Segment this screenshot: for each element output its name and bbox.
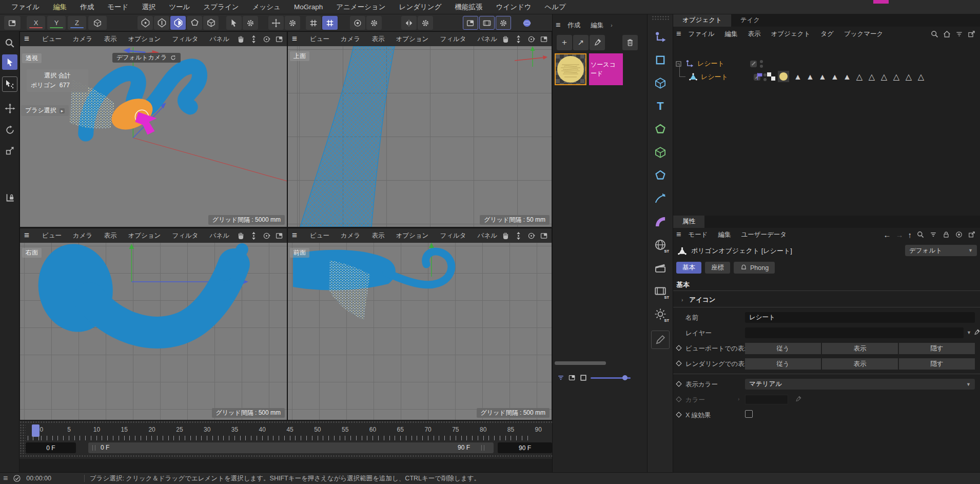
layer-badge[interactable] bbox=[750, 61, 757, 67]
cube-primitive-icon[interactable] bbox=[651, 74, 670, 92]
menubar-item[interactable]: MoGraph bbox=[288, 1, 329, 13]
coordinate-system-button[interactable] bbox=[88, 16, 107, 30]
hamburger-icon[interactable]: ≡ bbox=[676, 29, 681, 38]
viewport-menu-item[interactable]: ビュー bbox=[304, 35, 335, 44]
viewport-menu-item[interactable]: フィルタ bbox=[434, 231, 472, 240]
menubar-item[interactable]: 編集 bbox=[47, 1, 73, 14]
timeline-range-bar[interactable]: 0 F 90 F bbox=[88, 442, 494, 453]
forward-icon[interactable]: → bbox=[896, 230, 904, 239]
range-end-grip[interactable] bbox=[481, 445, 484, 451]
list-view-icon[interactable] bbox=[557, 374, 565, 382]
material-scrollbar[interactable] bbox=[555, 361, 606, 365]
visibility-option-button[interactable]: 表示 bbox=[822, 343, 898, 354]
polygon-selection-tag-icon[interactable]: ▲ bbox=[829, 72, 841, 82]
menubar-item[interactable]: 作成 bbox=[74, 1, 100, 14]
x-axis-lock-button[interactable]: X bbox=[27, 16, 45, 30]
viewport-menu-item[interactable]: カメラ bbox=[67, 35, 98, 44]
polygon-selection-tag-icon[interactable]: ▲ bbox=[804, 72, 816, 82]
menu-overflow-icon[interactable]: › bbox=[611, 23, 612, 28]
hamburger-icon[interactable]: ≡ bbox=[676, 230, 681, 239]
maximize-viewport-icon[interactable] bbox=[540, 35, 548, 44]
polygon-selection-tag-icon[interactable]: △ bbox=[878, 72, 890, 82]
end-frame-field[interactable]: 90 F bbox=[498, 442, 552, 453]
sphere-icon[interactable] bbox=[519, 16, 535, 30]
keyframe-diamond-icon[interactable] bbox=[676, 345, 681, 351]
viewport-menu-item[interactable]: パネル bbox=[204, 231, 235, 240]
search-icon[interactable] bbox=[916, 230, 925, 239]
hamburger-icon[interactable]: ≡ bbox=[24, 230, 29, 241]
scale-tool[interactable] bbox=[2, 143, 17, 158]
tab-objects[interactable]: オブジェクト bbox=[673, 14, 731, 27]
hamburger-icon[interactable]: ≡ bbox=[292, 230, 297, 241]
object-manager-menu-item[interactable]: ブックマーク bbox=[839, 30, 888, 38]
menubar-item[interactable]: ツール bbox=[163, 1, 196, 14]
selection-tags[interactable]: ▲▲▲▲▲△△△△△△ bbox=[792, 72, 927, 82]
front-canvas[interactable] bbox=[288, 243, 552, 420]
viewport-menu-item[interactable]: カメラ bbox=[335, 35, 366, 44]
menubar-item[interactable]: 機能拡張 bbox=[449, 1, 489, 14]
material-tag-icon[interactable] bbox=[778, 71, 789, 82]
object-name[interactable]: レシート bbox=[701, 72, 728, 82]
hamburger-icon[interactable]: ≡ bbox=[556, 21, 560, 30]
viewport-menu-item[interactable]: フィルタ bbox=[434, 35, 472, 44]
edges-mode-button[interactable] bbox=[154, 16, 169, 30]
visibility-option-button[interactable]: 従う bbox=[745, 343, 821, 354]
filter-icon[interactable] bbox=[955, 30, 964, 38]
render-settings-button[interactable] bbox=[496, 16, 511, 30]
volume-builder-icon[interactable] bbox=[651, 143, 670, 162]
polygons-mode-button[interactable] bbox=[170, 16, 186, 30]
hand-icon[interactable] bbox=[237, 35, 245, 44]
hamburger-icon[interactable]: ≡ bbox=[292, 34, 297, 44]
viewport-menu-item[interactable]: パネル bbox=[204, 35, 235, 44]
polygon-selection-tag-icon[interactable]: △ bbox=[853, 72, 866, 82]
front-view[interactable]: 前面 グリッド間隔 : 500 mm bbox=[288, 243, 552, 420]
viewport-menu-item[interactable]: パネル bbox=[472, 231, 503, 240]
point-generator-icon[interactable] bbox=[651, 120, 670, 139]
delete-material-button[interactable] bbox=[622, 35, 638, 50]
preset-dropdown[interactable]: デフォルト ▼ bbox=[905, 245, 977, 256]
color-swatch[interactable] bbox=[745, 395, 788, 404]
orbit-icon[interactable] bbox=[262, 231, 271, 240]
orbit-icon[interactable] bbox=[262, 35, 271, 44]
rectangle-spline-icon[interactable] bbox=[651, 51, 670, 69]
back-icon[interactable]: ← bbox=[884, 230, 891, 239]
sculpt-pencil-icon[interactable] bbox=[651, 331, 670, 349]
keyframe-diamond-icon[interactable] bbox=[676, 381, 681, 386]
model-mode-button[interactable] bbox=[203, 16, 219, 30]
dolly-icon[interactable] bbox=[514, 35, 523, 44]
sky-environment-icon[interactable]: ST bbox=[651, 236, 670, 254]
viewport-menu-item[interactable]: 表示 bbox=[98, 35, 122, 44]
y-axis-lock-button[interactable]: Y bbox=[47, 16, 66, 30]
range-start-grip[interactable] bbox=[92, 445, 95, 451]
quantize-button[interactable] bbox=[322, 16, 338, 30]
slider-handle[interactable] bbox=[622, 375, 628, 380]
axis-settings-button[interactable] bbox=[285, 16, 300, 30]
tab-basic[interactable]: 基本 bbox=[676, 262, 701, 274]
eyedropper-icon[interactable] bbox=[794, 395, 802, 403]
dropdown-icon[interactable]: ▼ bbox=[967, 330, 971, 335]
display-color-dropdown[interactable]: マテリアル▼ bbox=[745, 379, 975, 390]
symmetry-settings-button[interactable] bbox=[418, 16, 433, 30]
keyframe-diamond-icon[interactable] bbox=[676, 396, 681, 402]
maximize-viewport-icon[interactable] bbox=[275, 231, 284, 240]
strip-drag-handle[interactable] bbox=[652, 15, 669, 21]
object-name[interactable]: レシート bbox=[697, 59, 724, 68]
tab-coordinates[interactable]: 座標 bbox=[705, 262, 730, 274]
timeline-separator-bottom[interactable] bbox=[19, 455, 552, 458]
stage-object-icon[interactable]: ST bbox=[651, 282, 670, 300]
hand-icon[interactable] bbox=[237, 231, 245, 240]
camera-cycle-icon[interactable] bbox=[170, 54, 177, 61]
current-frame-field[interactable]: 0 F bbox=[26, 442, 76, 453]
object-manager-menu-item[interactable]: 編集 bbox=[720, 30, 743, 38]
share-material-button[interactable]: ↗ bbox=[573, 35, 589, 50]
render-view-button[interactable] bbox=[463, 16, 478, 30]
rotate-tool[interactable] bbox=[2, 122, 17, 138]
visibility-option-button[interactable]: 隠す bbox=[899, 343, 975, 354]
viewport-menu-item[interactable]: オプション bbox=[122, 231, 166, 240]
external-window-icon[interactable] bbox=[968, 230, 976, 239]
timeline-separator-top[interactable] bbox=[19, 421, 552, 424]
eyedropper-icon[interactable] bbox=[973, 328, 980, 336]
object-manager-menu-item[interactable]: タグ bbox=[815, 30, 839, 38]
right-canvas[interactable] bbox=[20, 243, 287, 420]
material-menu-item[interactable]: 編集 bbox=[585, 21, 609, 30]
